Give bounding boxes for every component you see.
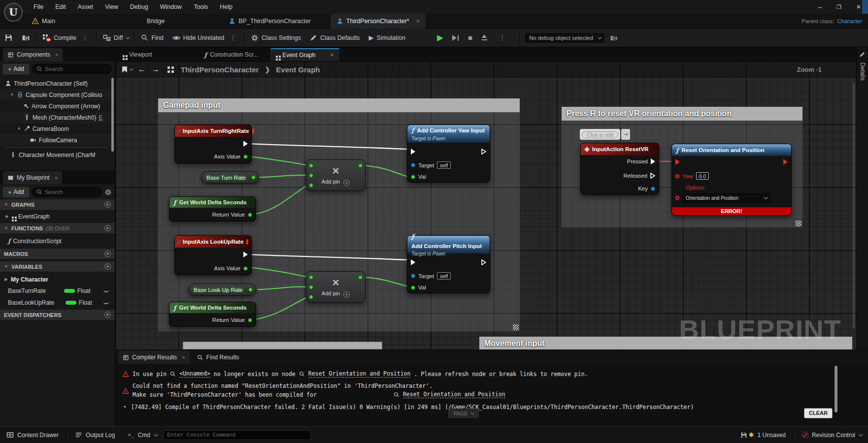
add-graph-icon[interactable]: + xyxy=(104,201,111,208)
tab-viewport[interactable]: Viewport xyxy=(117,48,157,61)
event-dispatchers-section-header[interactable]: EVENT DISPATCHERS + xyxy=(0,309,115,320)
details-collapsed-panel[interactable]: Details xyxy=(856,47,868,349)
value-out-pin[interactable] xyxy=(251,175,256,180)
eye-closed-icon[interactable] xyxy=(103,301,109,304)
node-get-base-turn-rate[interactable]: Base Turn Rate xyxy=(201,171,259,184)
components-search-input[interactable] xyxy=(45,66,107,72)
cmd-dropdown[interactable]: >_ Cmd xyxy=(121,427,163,443)
node-get-world-delta-seconds[interactable]: ƒGet World Delta Seconds Return Value xyxy=(169,196,256,222)
tab-construction-script[interactable]: ƒConstruction Scr... xyxy=(199,48,264,61)
exec-in-pin[interactable] xyxy=(411,149,415,155)
menu-tools[interactable]: Tools xyxy=(188,0,214,14)
eye-closed-icon[interactable] xyxy=(103,289,109,292)
parent-class-link[interactable]: Character xyxy=(837,18,863,24)
revision-control-button[interactable]: Revision Control xyxy=(796,427,868,443)
tab-components[interactable]: Components× xyxy=(3,48,63,61)
yaw-pin[interactable] xyxy=(675,174,679,178)
component-row-capsule[interactable]: ▼ Capsule Component (Collisio xyxy=(0,89,115,100)
console-command-input[interactable] xyxy=(167,432,307,438)
compiler-message-3[interactable]: • [7482.49] Compile of ThirdPersonCharac… xyxy=(123,404,694,411)
tab-event-graph[interactable]: Event Graph × xyxy=(270,48,339,61)
clear-button[interactable]: CLEAR xyxy=(804,408,833,418)
target-pin[interactable] xyxy=(411,274,415,278)
node-link[interactable]: Reset Orientation and Position xyxy=(308,370,411,378)
axis-value-pin[interactable] xyxy=(243,155,248,159)
nav-back-button[interactable]: ← xyxy=(138,65,146,74)
tab-thirdpersoncharacter[interactable]: ThirdPersonCharacter* × xyxy=(331,14,426,29)
exec-in-pin[interactable] xyxy=(411,259,415,265)
menu-view[interactable]: View xyxy=(99,0,124,14)
construction-script-row[interactable]: ƒ ConstructionScript xyxy=(0,235,115,247)
hide-unrelated-options-icon[interactable]: ⋮ xyxy=(227,34,238,41)
pressed-exec-pin[interactable] xyxy=(651,158,655,164)
component-row-followcamera[interactable]: FollowCamera xyxy=(0,134,115,146)
breadcrumb-current[interactable]: Event Graph xyxy=(276,65,320,74)
component-row-cameraboom[interactable]: ▼ CameraBoom xyxy=(0,123,115,134)
simulation-button[interactable]: ▶ Simulation xyxy=(365,29,410,47)
menu-edit[interactable]: Edit xyxy=(49,0,72,14)
compile-options-icon[interactable]: ⋮ xyxy=(79,34,91,41)
console-command-box[interactable] xyxy=(163,430,311,440)
event-graph-canvas[interactable]: ← → ThirdPersonCharacter ❯ Event Graph Z… xyxy=(115,61,856,349)
my-character-category-row[interactable]: ▶My Character xyxy=(0,274,115,285)
close-icon[interactable]: × xyxy=(182,354,185,360)
output-log-button[interactable]: Output Log xyxy=(68,427,121,443)
menu-debug[interactable]: Debug xyxy=(124,0,154,14)
bridge-tab[interactable]: Bridge xyxy=(147,18,165,25)
eject-button[interactable] xyxy=(477,29,492,47)
node-add-controller-yaw-input[interactable]: ƒAdd Controller Yaw Input Target is Pawn… xyxy=(407,125,490,183)
play-options-button[interactable]: ⋮ xyxy=(492,29,512,47)
save-button[interactable] xyxy=(0,29,17,47)
node-get-base-look-up-rate[interactable]: Base Look Up Rate xyxy=(188,284,256,296)
key-pin[interactable] xyxy=(651,187,655,191)
menu-file[interactable]: File xyxy=(28,0,49,14)
node-reset-orientation-and-position[interactable]: ƒ Reset Orientation and Position Yaw 0.0… xyxy=(671,144,792,216)
window-minimize-button[interactable]: – xyxy=(818,3,822,11)
tab-close-icon[interactable]: × xyxy=(416,18,420,25)
return-value-pin[interactable] xyxy=(248,213,252,217)
nav-forward-button[interactable]: → xyxy=(152,65,160,74)
diff-button[interactable]: Diff xyxy=(99,29,134,47)
menu-window[interactable]: Window xyxy=(154,0,188,14)
close-icon[interactable]: × xyxy=(331,52,334,59)
yaw-value-box[interactable]: 0.0 xyxy=(696,172,709,180)
stop-button[interactable]: ■ xyxy=(464,29,477,47)
add-dispatcher-icon[interactable]: + xyxy=(104,312,111,318)
macros-section-header[interactable]: MACROS + xyxy=(0,248,115,259)
options-pin[interactable] xyxy=(675,196,679,200)
released-exec-pin[interactable] xyxy=(650,173,655,179)
add-pin-icon[interactable]: + xyxy=(343,291,350,298)
comment-bubble[interactable]: Click to edit ⇥ xyxy=(580,129,630,140)
axis-value-pin[interactable] xyxy=(243,266,248,271)
exec-out-pin[interactable] xyxy=(783,159,788,165)
val-pin[interactable] xyxy=(411,285,415,290)
component-row-self[interactable]: ThirdPersonCharacter (Self) xyxy=(0,78,115,89)
debug-object-dropdown[interactable]: No debug object selected xyxy=(524,32,605,44)
comment-resize-grip[interactable] xyxy=(513,324,519,330)
component-row-mesh[interactable]: Mesh (CharacterMesh0) E xyxy=(0,112,115,123)
class-defaults-button[interactable]: Class Defaults xyxy=(305,29,365,47)
close-icon[interactable]: × xyxy=(55,52,58,58)
exec-out-pin[interactable] xyxy=(481,149,486,155)
add-pin-button[interactable]: Add pin xyxy=(322,290,340,296)
node-link[interactable]: <Unnamed> xyxy=(179,370,210,378)
tab-find-results[interactable]: Find Results xyxy=(193,351,244,364)
node-inputaxis-lookuprate[interactable]: InputAxis LookUpRate Axis Value xyxy=(174,235,252,275)
component-row-arrow[interactable]: ↖ Arrow Component (Arrow) xyxy=(0,100,115,112)
comment-header-partial[interactable] xyxy=(183,342,382,349)
components-search[interactable] xyxy=(32,64,112,74)
tab-bp-thirdpersoncharacter[interactable]: BP_ThirdPersonCharacter xyxy=(223,14,317,29)
window-close-button[interactable]: ✕ xyxy=(856,3,861,10)
add-macro-icon[interactable]: + xyxy=(104,251,111,257)
close-icon[interactable]: × xyxy=(55,175,58,181)
content-drawer-button[interactable]: Content Drawer xyxy=(0,427,65,443)
graphs-section-header[interactable]: ▼GRAPHS + xyxy=(0,199,115,210)
gear-icon[interactable] xyxy=(104,189,112,196)
component-row-charmovement[interactable]: Character Movement (CharM xyxy=(0,149,115,160)
target-self-box[interactable]: self xyxy=(437,161,451,169)
node-inputaxis-turnrightrate[interactable]: InputAxis TurnRightRate Axis Value xyxy=(174,125,252,163)
tab-compiler-results[interactable]: Compiler Results× xyxy=(118,351,190,364)
target-pin[interactable] xyxy=(411,163,415,167)
val-pin[interactable] xyxy=(411,175,415,179)
add-variable-icon[interactable]: + xyxy=(104,263,111,270)
